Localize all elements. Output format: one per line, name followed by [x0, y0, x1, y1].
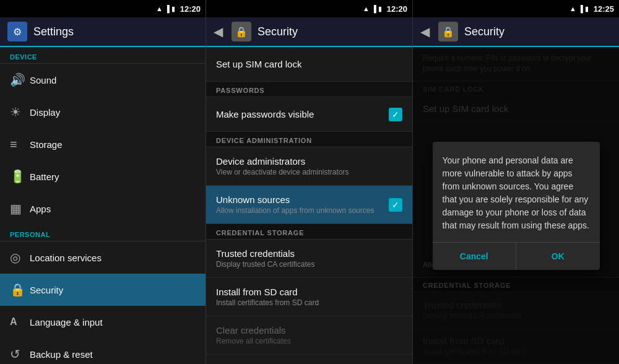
security-app-bar-3: ◀ 🔒 Security — [413, 17, 619, 47]
wifi-icon-3: ▲ — [569, 5, 576, 12]
unknown-sources-checkbox[interactable]: ✓ — [389, 198, 402, 212]
signal-icon: ▐ — [165, 5, 170, 12]
dialog-body: Your phone and personal data are more vu… — [433, 142, 600, 242]
trusted-creds-subtitle: Display trusted CA certificates — [216, 260, 402, 269]
location-label: Location services — [30, 253, 196, 263]
install-sd-title: Install from SD card — [216, 287, 402, 297]
wifi-icon-2: ▲ — [363, 5, 370, 12]
passwords-visible-checkbox[interactable]: ✓ — [389, 108, 402, 121]
security-app-bar: ◀ 🔒 Security — [206, 17, 412, 47]
sim-lock-title: Set up SIM card lock — [216, 59, 402, 69]
storage-label: Storage — [30, 139, 196, 150]
section-personal: PERSONAL — [0, 225, 206, 241]
device-admin-section-label: DEVICE ADMINISTRATION — [206, 132, 412, 147]
battery-icon-nav: 🔋 — [10, 169, 30, 184]
security-app-icon-3: 🔒 — [438, 22, 458, 41]
apps-icon: ▦ — [10, 201, 30, 216]
backup-label: Backup & reset — [30, 349, 196, 360]
unknown-sources-item[interactable]: Unknown sources Allow installation of ap… — [206, 186, 412, 224]
settings-item-sound[interactable]: 🔊 Sound — [0, 64, 206, 96]
wifi-icon: ▲ — [156, 5, 163, 12]
status-bar-1: ▲ ▐ ▮ 12:20 — [0, 0, 206, 17]
credential-storage-section-label: CREDENTIAL STORAGE — [206, 224, 412, 240]
passwords-visible-title: Make passwords visible — [216, 109, 389, 119]
security-panel: ▲ ▐ ▮ 12:20 ◀ 🔒 Security Set up SIM card… — [206, 0, 413, 364]
dialog-buttons: Cancel OK — [433, 242, 600, 270]
clear-creds-item: Clear credentials Remove all certificate… — [206, 316, 412, 355]
settings-item-battery[interactable]: 🔋 Battery — [0, 160, 206, 193]
settings-panel: ▲ ▐ ▮ 12:20 ⚙ Settings DEVICE 🔊 Sound ☀ … — [0, 0, 206, 364]
settings-item-apps[interactable]: ▦ Apps — [0, 193, 206, 225]
status-icons-3: ▲ ▐ ▮ — [569, 5, 589, 13]
security-app-icon: 🔒 — [232, 22, 251, 41]
sim-lock-item[interactable]: Set up SIM card lock — [206, 47, 412, 82]
back-button-2[interactable]: ◀ — [214, 24, 223, 39]
settings-item-location[interactable]: ◎ Location services — [0, 241, 206, 274]
battery-icon-3: ▮ — [585, 5, 589, 13]
install-sd-subtitle: Install certificates from SD card — [216, 298, 402, 307]
backup-icon: ↺ — [10, 347, 30, 362]
security-content-3: Require a numeric PIN or password to dec… — [413, 47, 619, 364]
dialog-overlay: Your phone and personal data are more vu… — [413, 47, 619, 364]
settings-list: DEVICE 🔊 Sound ☀ Display ≡ Storage 🔋 Bat… — [0, 47, 206, 364]
trusted-creds-title: Trusted credentials — [216, 248, 402, 259]
battery-icon: ▮ — [171, 5, 175, 13]
clock-2: 12:20 — [387, 4, 407, 14]
settings-item-storage[interactable]: ≡ Storage — [0, 128, 206, 160]
security-title: Security — [258, 25, 298, 38]
status-icons-1: ▲ ▐ ▮ — [156, 5, 175, 13]
display-label: Display — [30, 107, 196, 118]
clock-1: 12:20 — [180, 4, 201, 14]
clock-3: 12:25 — [594, 4, 614, 14]
language-icon: A — [10, 316, 30, 327]
settings-app-icon: ⚙ — [7, 22, 27, 41]
settings-title: Settings — [33, 25, 74, 38]
unknown-sources-subtitle: Allow installation of apps from unknown … — [216, 206, 389, 215]
cancel-button[interactable]: Cancel — [433, 243, 517, 270]
settings-app-bar: ⚙ Settings — [0, 17, 206, 47]
status-bar-3: ▲ ▐ ▮ 12:25 — [413, 0, 619, 17]
settings-item-display[interactable]: ☀ Display — [0, 96, 206, 128]
settings-item-backup[interactable]: ↺ Backup & reset — [0, 338, 206, 364]
clear-creds-title: Clear credentials — [216, 325, 402, 336]
install-sd-item[interactable]: Install from SD card Install certificate… — [206, 278, 412, 316]
device-admins-subtitle: View or deactivate device administrators — [216, 168, 402, 176]
settings-item-language[interactable]: A Language & input — [0, 306, 206, 338]
passwords-visible-item[interactable]: Make passwords visible ✓ — [206, 97, 412, 132]
security-label: Security — [30, 285, 196, 295]
battery-label: Battery — [30, 171, 196, 182]
signal-icon-2: ▐ — [371, 5, 376, 12]
status-bar-2: ▲ ▐ ▮ 12:20 — [206, 0, 412, 17]
back-button-3[interactable]: ◀ — [420, 24, 430, 39]
warning-dialog: Your phone and personal data are more vu… — [433, 142, 600, 270]
battery-icon-2: ▮ — [378, 5, 382, 13]
display-icon: ☀ — [10, 105, 30, 119]
status-icons-2: ▲ ▐ ▮ — [363, 5, 382, 13]
trusted-creds-item[interactable]: Trusted credentials Display trusted CA c… — [206, 240, 412, 278]
dialog-text: Your phone and personal data are more vu… — [443, 154, 590, 232]
clear-creds-subtitle: Remove all certificates — [216, 337, 402, 345]
device-admins-title: Device administrators — [216, 156, 402, 167]
storage-icon: ≡ — [10, 137, 30, 152]
signal-icon-3: ▐ — [578, 5, 583, 12]
sound-label: Sound — [30, 75, 196, 85]
security-dialog-panel: ▲ ▐ ▮ 12:25 ◀ 🔒 Security Require a numer… — [413, 0, 619, 364]
settings-item-security[interactable]: 🔒 Security — [0, 274, 206, 306]
apps-label: Apps — [30, 204, 196, 214]
sound-icon: 🔊 — [10, 72, 30, 87]
ok-button[interactable]: OK — [516, 243, 600, 270]
device-admins-item[interactable]: Device administrators View or deactivate… — [206, 147, 412, 186]
security-title-3: Security — [464, 25, 504, 38]
language-label: Language & input — [30, 317, 196, 327]
passwords-section-label: PASSWORDS — [206, 82, 412, 97]
security-icon: 🔒 — [10, 282, 30, 297]
unknown-sources-title: Unknown sources — [216, 194, 389, 205]
location-icon: ◎ — [10, 250, 30, 265]
security-list: Set up SIM card lock PASSWORDS Make pass… — [206, 47, 412, 364]
section-device: DEVICE — [0, 47, 206, 63]
